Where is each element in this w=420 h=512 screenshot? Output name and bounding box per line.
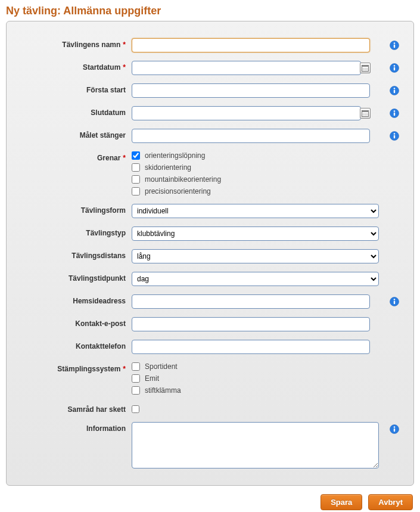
punching-sportident: Sportident bbox=[132, 362, 181, 371]
required-marker: * bbox=[123, 365, 126, 373]
label-consulted: Samråd har skett bbox=[18, 403, 132, 414]
form-select[interactable]: individuell bbox=[132, 204, 379, 218]
distance-select[interactable]: lång bbox=[132, 249, 379, 263]
label-distance: Tävlingsdistans bbox=[18, 249, 132, 260]
discipline-ski-label[interactable]: skidorientering bbox=[145, 163, 191, 172]
row-time-of-day: Tävlingstidpunkt dag bbox=[18, 272, 402, 286]
website-input[interactable] bbox=[132, 294, 370, 309]
label-punching-text: Stämplingssystem bbox=[57, 365, 120, 373]
phone-input[interactable] bbox=[132, 340, 370, 354]
discipline-precision: precisionsorientering bbox=[132, 187, 221, 196]
end-date-input[interactable] bbox=[132, 106, 361, 120]
discipline-orienteering: orienteringslöpning bbox=[132, 151, 221, 160]
info-icon[interactable] bbox=[390, 131, 399, 141]
punching-emit-checkbox[interactable] bbox=[132, 374, 140, 383]
label-website: Hemsideadress bbox=[18, 294, 132, 305]
discipline-orienteering-label[interactable]: orienteringslöpning bbox=[145, 151, 205, 160]
label-start-date-text: Startdatum bbox=[83, 63, 120, 72]
punching-sportident-checkbox[interactable] bbox=[132, 362, 140, 371]
calendar-icon[interactable] bbox=[360, 63, 371, 73]
discipline-precision-checkbox[interactable] bbox=[132, 187, 140, 196]
discipline-mtb-label[interactable]: mountainbikeorientering bbox=[145, 175, 221, 184]
label-finish-close: Målet stänger bbox=[18, 129, 132, 139]
label-name: Tävlingens namn* bbox=[18, 38, 132, 49]
row-email: Kontakt-e-post bbox=[18, 317, 402, 331]
label-email: Kontakt-e-post bbox=[18, 317, 132, 328]
time-of-day-select[interactable]: dag bbox=[132, 272, 379, 286]
row-info: Information bbox=[18, 422, 402, 468]
discipline-precision-label[interactable]: precisionsorientering bbox=[145, 187, 211, 196]
required-marker: * bbox=[123, 154, 126, 162]
label-start-date: Startdatum* bbox=[18, 61, 132, 72]
label-phone: Kontakttelefon bbox=[18, 340, 132, 350]
info-icon[interactable] bbox=[390, 41, 399, 50]
row-website: Hemsideadress bbox=[18, 294, 402, 309]
info-icon[interactable] bbox=[390, 63, 399, 73]
label-form: Tävlingsform bbox=[18, 204, 132, 215]
info-textarea[interactable] bbox=[132, 422, 379, 468]
row-start-date: Startdatum* bbox=[18, 61, 402, 75]
row-phone: Kontakttelefon bbox=[18, 340, 402, 354]
discipline-orienteering-checkbox[interactable] bbox=[132, 151, 140, 160]
form-panel: Tävlingens namn* Startdatum* Första star… bbox=[6, 21, 414, 486]
consulted-checkbox[interactable] bbox=[132, 405, 139, 413]
punching-emit: Emit bbox=[132, 374, 181, 383]
row-punching: Stämplingssystem* Sportident Emit stiftk… bbox=[18, 362, 402, 395]
row-type: Tävlingstyp klubbtävling bbox=[18, 226, 402, 241]
punching-emit-label[interactable]: Emit bbox=[145, 374, 159, 383]
start-date-input[interactable] bbox=[132, 61, 361, 75]
punching-pin-label[interactable]: stiftklämma bbox=[145, 386, 181, 395]
row-distance: Tävlingsdistans lång bbox=[18, 249, 402, 263]
finish-close-input[interactable] bbox=[132, 129, 370, 143]
save-button[interactable]: Spara bbox=[321, 494, 362, 510]
type-select[interactable]: klubbtävling bbox=[132, 226, 379, 241]
label-first-start: Första start bbox=[18, 83, 132, 94]
info-icon[interactable] bbox=[390, 86, 399, 95]
label-disciplines: Grenar* bbox=[18, 151, 132, 162]
discipline-mtb-checkbox[interactable] bbox=[132, 175, 140, 184]
required-marker: * bbox=[123, 63, 126, 72]
email-input[interactable] bbox=[132, 317, 370, 331]
calendar-icon[interactable] bbox=[360, 108, 371, 119]
row-consulted: Samråd har skett bbox=[18, 403, 402, 414]
punching-pin-checkbox[interactable] bbox=[132, 386, 140, 395]
discipline-mtb: mountainbikeorientering bbox=[132, 175, 221, 184]
name-input[interactable] bbox=[132, 38, 370, 52]
label-end-date: Slutdatum bbox=[18, 106, 132, 117]
label-info: Information bbox=[18, 422, 132, 433]
required-marker: * bbox=[123, 41, 126, 49]
label-time-of-day: Tävlingstidpunkt bbox=[18, 272, 132, 283]
row-end-date: Slutdatum bbox=[18, 106, 402, 120]
row-disciplines: Grenar* orienteringslöpning skidorienter… bbox=[18, 151, 402, 196]
row-finish-close: Målet stänger bbox=[18, 129, 402, 143]
disciplines-group: orienteringslöpning skidorientering moun… bbox=[132, 151, 221, 196]
row-name: Tävlingens namn* bbox=[18, 38, 402, 52]
row-form: Tävlingsform individuell bbox=[18, 204, 402, 218]
first-start-input[interactable] bbox=[132, 83, 370, 98]
cancel-button[interactable]: Avbryt bbox=[368, 494, 413, 510]
label-type: Tävlingstyp bbox=[18, 226, 132, 237]
info-icon[interactable] bbox=[390, 108, 399, 118]
punching-sportident-label[interactable]: Sportident bbox=[145, 362, 178, 371]
discipline-ski: skidorientering bbox=[132, 163, 221, 172]
row-first-start: Första start bbox=[18, 83, 402, 98]
page-title: Ny tävling: Allmänna uppgifter bbox=[0, 0, 420, 21]
label-punching: Stämplingssystem* bbox=[18, 362, 132, 373]
label-name-text: Tävlingens namn bbox=[62, 41, 120, 49]
punching-group: Sportident Emit stiftklämma bbox=[132, 362, 181, 395]
info-icon[interactable] bbox=[390, 424, 399, 434]
discipline-ski-checkbox[interactable] bbox=[132, 163, 140, 172]
button-bar: Spara Avbryt bbox=[0, 486, 420, 512]
punching-pin: stiftklämma bbox=[132, 386, 181, 395]
info-icon[interactable] bbox=[390, 297, 399, 306]
label-disciplines-text: Grenar bbox=[97, 154, 120, 162]
